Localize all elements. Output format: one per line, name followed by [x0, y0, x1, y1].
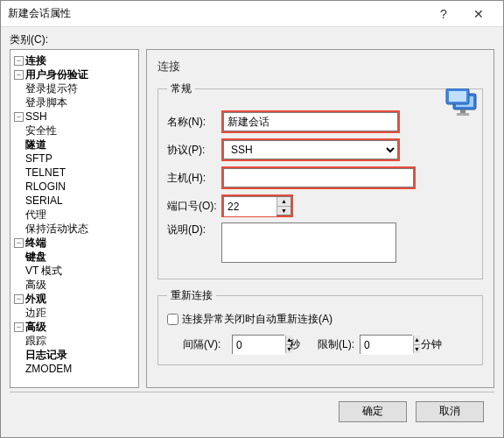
name-input[interactable] — [223, 112, 398, 131]
tree-item-ssh[interactable]: − SSH — [12, 110, 136, 124]
spin-up-icon[interactable]: ▲ — [414, 336, 420, 345]
svg-rect-3 — [449, 91, 466, 102]
titlebar: 新建会话属性 ? ✕ — [1, 1, 503, 27]
collapse-icon[interactable]: − — [14, 238, 24, 248]
minutes-label: 分钟 — [421, 337, 442, 352]
svg-rect-4 — [460, 110, 466, 113]
collapse-icon[interactable]: − — [14, 70, 24, 80]
auto-reconnect-label: 连接异常关闭时自动重新连接(A) — [182, 312, 332, 327]
cancel-button[interactable]: 取消 — [416, 401, 484, 422]
window-title: 新建会话属性 — [8, 6, 426, 21]
collapse-icon[interactable]: − — [14, 322, 24, 332]
general-group: 常规 名称(N): 协议(P): SSH 主机(H): 端口号(O): — [158, 81, 483, 279]
ok-button[interactable]: 确定 — [339, 401, 407, 422]
tree-item-telnet[interactable]: TELNET — [12, 166, 136, 180]
panel-title: 连接 — [158, 59, 483, 74]
seconds-label: 秒 — [290, 337, 300, 352]
description-textarea[interactable] — [221, 223, 396, 263]
tree-item-serial[interactable]: SERIAL — [12, 194, 136, 208]
monitor-icon — [444, 88, 480, 118]
dialog-footer: 确定 取消 — [10, 392, 494, 430]
limit-label: 限制(L): — [318, 337, 354, 352]
tree-item-connection[interactable]: − 连接 — [12, 53, 136, 67]
dialog-window: 新建会话属性 ? ✕ 类别(C): − 连接 − — [0, 0, 504, 438]
tree-item-vtmode[interactable]: VT 模式 — [12, 264, 136, 278]
limit-input[interactable] — [360, 336, 413, 355]
protocol-select[interactable]: SSH — [223, 140, 398, 159]
host-label: 主机(H): — [167, 171, 221, 186]
reconnect-legend: 重新连接 — [167, 288, 216, 303]
name-label: 名称(N): — [167, 115, 221, 130]
spin-up-icon[interactable]: ▲ — [277, 197, 290, 207]
tree-item-tunnel[interactable]: 隧道 — [12, 138, 136, 152]
svg-rect-5 — [457, 113, 469, 116]
tree-item-keyboard[interactable]: 键盘 — [12, 250, 136, 264]
tree-item-login-script[interactable]: 登录脚本 — [12, 95, 136, 110]
collapse-icon[interactable]: − — [14, 56, 24, 66]
limit-spinner[interactable]: ▲ ▼ — [360, 335, 412, 354]
reconnect-group: 重新连接 连接异常关闭时自动重新连接(A) 间隔(V): ▲ ▼ — [158, 288, 483, 365]
tree-item-rlogin[interactable]: RLOGIN — [12, 180, 136, 194]
host-input[interactable] — [223, 168, 414, 187]
tree-item-advanced-terminal[interactable]: 高级 — [12, 278, 136, 292]
tree-item-log[interactable]: 日志记录 — [12, 348, 136, 362]
category-tree[interactable]: − 连接 − 用户身份验证 登录提示符 登录 — [10, 49, 139, 388]
tree-item-zmodem[interactable]: ZMODEM — [12, 362, 136, 376]
tree-item-sftp[interactable]: SFTP — [12, 152, 136, 166]
tree-item-margin[interactable]: 边距 — [12, 306, 136, 320]
tree-item-trace[interactable]: 跟踪 — [12, 334, 136, 348]
auto-reconnect-input[interactable] — [167, 314, 178, 325]
general-legend: 常规 — [167, 81, 195, 96]
interval-label: 间隔(V): — [183, 337, 227, 352]
collapse-icon[interactable]: − — [14, 294, 24, 304]
close-button[interactable]: ✕ — [461, 1, 496, 27]
tree-item-proxy[interactable]: 代理 — [12, 208, 136, 222]
port-input[interactable] — [224, 197, 276, 216]
help-button[interactable]: ? — [426, 1, 461, 27]
protocol-label: 协议(P): — [167, 143, 221, 158]
interval-spinner[interactable]: ▲ ▼ — [232, 335, 284, 354]
main-area: − 连接 − 用户身份验证 登录提示符 登录 — [10, 49, 494, 388]
spin-down-icon[interactable]: ▼ — [414, 345, 420, 354]
desc-label: 说明(D): — [167, 223, 221, 237]
tree-item-terminal[interactable]: − 终端 — [12, 236, 136, 250]
tree-item-keepalive[interactable]: 保持活动状态 — [12, 222, 136, 236]
port-spinner[interactable]: ▲ ▼ — [223, 196, 291, 215]
auto-reconnect-checkbox[interactable]: 连接异常关闭时自动重新连接(A) — [167, 312, 332, 327]
tree-item-login-prompt[interactable]: 登录提示符 — [12, 81, 136, 95]
tree-item-appearance[interactable]: − 外观 — [12, 292, 136, 306]
tree-item-advanced[interactable]: − 高级 — [12, 320, 136, 334]
port-label: 端口号(O): — [167, 199, 221, 214]
dialog-body: 类别(C): − 连接 − 用户身份验证 — [1, 27, 503, 437]
tree-item-auth[interactable]: − 用户身份验证 — [12, 67, 136, 81]
spin-down-icon[interactable]: ▼ — [277, 207, 290, 215]
category-label: 类别(C): — [10, 32, 494, 47]
collapse-icon[interactable]: − — [14, 112, 24, 122]
settings-panel: 连接 常规 名称(N): 协议(P): — [146, 49, 494, 388]
tree-item-security[interactable]: 安全性 — [12, 124, 136, 138]
interval-input[interactable] — [233, 336, 285, 355]
